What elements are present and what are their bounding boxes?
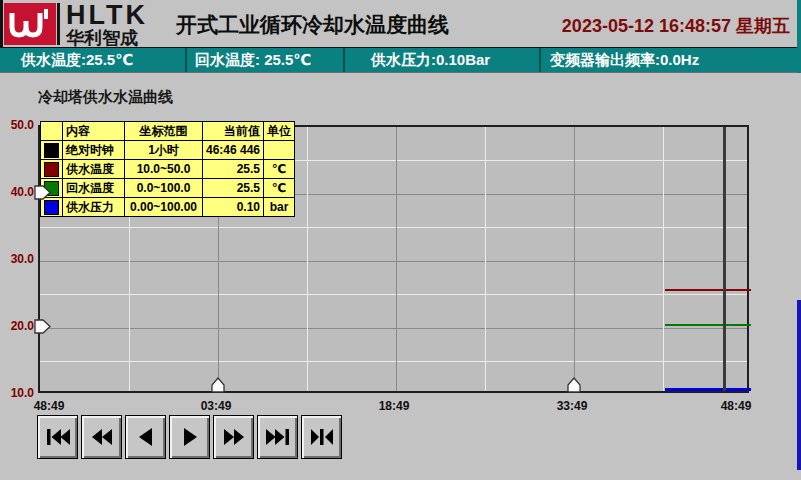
status-supply-water-temp: 供水温度:25.5℃ [0,48,187,72]
gridline [396,127,397,391]
fast-rewind-icon [90,426,114,448]
legend-header-range: 坐标范围 [125,122,203,141]
skip-to-start-button[interactable] [37,415,78,459]
page-title: 开式工业循环冷却水温度曲线 [176,11,449,39]
legend-value: 46:46 446 [203,141,264,160]
x-tick-4: 48:49 [721,399,752,413]
supply-temp-color-swatch [44,162,59,177]
x-axis-pointer-left[interactable] [210,377,226,397]
x-axis-pointer-right[interactable] [566,377,582,397]
chart-subtitle: 冷却塔供水水温曲线 [38,88,173,107]
gridline [485,127,486,391]
legend-unit [264,141,295,160]
status-return-water-temp: 回水温度: 25.5℃ [187,48,345,72]
legend-header-unit: 单位 [264,122,295,141]
fast-forward-icon [222,426,246,448]
legend-unit: ℃ [264,160,295,179]
x-tick-0: 48:49 [34,399,65,413]
fast-forward-button[interactable] [213,415,254,459]
trend-transport-controls [37,415,342,459]
legend-value: 25.5 [203,179,264,198]
legend-row-return-temp: 回水温度 0.0~100.0 25.5 ℃ [41,179,295,198]
legend-unit: bar [264,198,295,217]
legend-value: 25.5 [203,160,264,179]
legend-name: 供水压力 [63,198,125,217]
legend-header-content: 内容 [63,122,125,141]
gridline [663,127,664,391]
gridline [307,127,308,391]
curve-supply-water-temp [665,289,751,291]
legend-value: 0.10 [203,198,264,217]
logo-divider [57,3,60,45]
legend-table: 内容 坐标范围 当前值 单位 绝对时钟 1小时 46:46 446 供水温度 1… [40,121,295,217]
time-cursor-line[interactable] [723,127,726,391]
legend-unit: ℃ [264,179,295,198]
skip-to-start-icon [45,426,71,448]
curve-return-water-temp [665,324,751,326]
gridline [40,294,747,295]
wave-logo-icon [4,3,56,45]
y-axis-pointer-40[interactable] [34,185,51,204]
legend-range: 0.00~100.00 [125,198,203,217]
legend-range: 0.0~100.0 [125,179,203,198]
y-tick-40: 40.0 [0,185,34,199]
right-edge-border-bottom [797,300,801,470]
header: HLTK 华利智成 开式工业循环冷却水温度曲线 2023-05-12 16:48… [0,0,801,47]
y-tick-30: 30.0 [0,252,34,266]
y-axis-pointer-20[interactable] [34,319,51,338]
status-vfd-output-frequency: 变频器输出频率:0.0Hz [541,48,801,72]
play-forward-icon [180,426,200,448]
skip-forward-button[interactable] [257,415,298,459]
clock-color-swatch [44,143,59,158]
curve-supply-pressure [665,388,751,391]
jump-to-end-button[interactable] [301,415,342,459]
gridline [40,227,747,228]
x-tick-3: 33:49 [557,399,588,413]
fast-rewind-button[interactable] [81,415,122,459]
legend-header-row: 内容 坐标范围 当前值 单位 [41,122,295,141]
y-tick-50: 50.0 [0,118,34,132]
legend-name: 回水温度 [63,179,125,198]
legend-header-value: 当前值 [203,122,264,141]
y-tick-10: 10.0 [0,386,34,400]
gridline [40,328,747,329]
legend-row-pressure: 供水压力 0.00~100.00 0.10 bar [41,198,295,217]
jump-to-end-icon [309,426,335,448]
legend-range: 1小时 [125,141,203,160]
status-supply-pressure: 供水压力:0.10Bar [345,48,541,72]
status-bar: 供水温度:25.5℃ 回水温度: 25.5℃ 供水压力:0.10Bar 变频器输… [0,47,801,73]
x-tick-2: 18:49 [379,399,410,413]
y-tick-20: 20.0 [0,319,34,333]
gridline [40,361,747,362]
x-tick-1: 03:49 [201,399,232,413]
legend-row-clock: 绝对时钟 1小时 46:46 446 [41,141,295,160]
datetime-display: 2023-05-12 16:48:57 星期五 [555,14,790,38]
legend-row-supply-temp: 供水温度 10.0~50.0 25.5 ℃ [41,160,295,179]
hmi-screen: HLTK 华利智成 开式工业循环冷却水温度曲线 2023-05-12 16:48… [0,0,801,480]
gridline [40,261,747,262]
legend-name: 绝对时钟 [63,141,125,160]
legend-header-swatch [41,122,63,141]
step-back-icon [136,426,156,448]
legend-name: 供水温度 [63,160,125,179]
right-edge-border-top [797,0,801,73]
legend-range: 10.0~50.0 [125,160,203,179]
gridline [574,127,575,391]
step-back-button[interactable] [125,415,166,459]
skip-forward-icon [265,426,291,448]
step-forward-button[interactable] [169,415,210,459]
